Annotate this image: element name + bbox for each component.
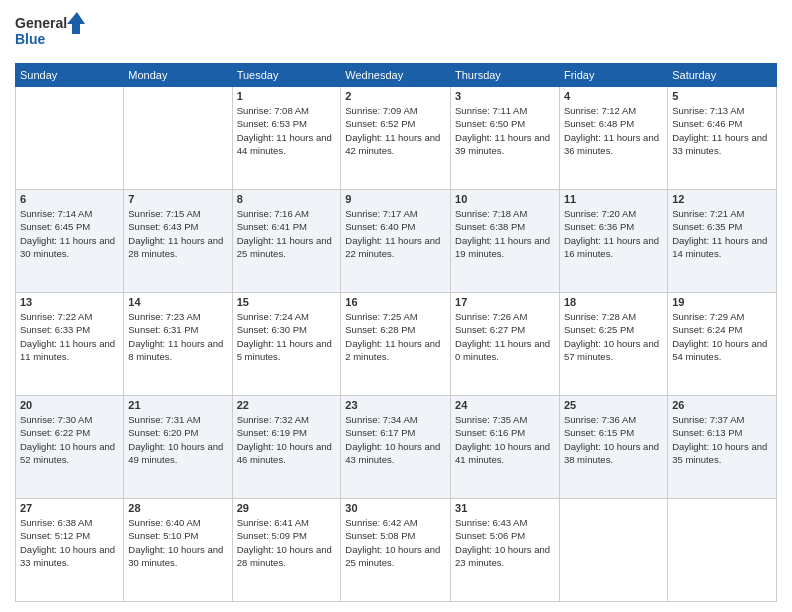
cell-week4-day1: 21Sunrise: 7:31 AMSunset: 6:20 PMDayligh… [124, 396, 232, 499]
day-number: 24 [455, 399, 555, 411]
cell-week3-day4: 17Sunrise: 7:26 AMSunset: 6:27 PMDayligh… [451, 293, 560, 396]
day-info: Sunrise: 6:40 AMSunset: 5:10 PMDaylight:… [128, 516, 227, 569]
col-tuesday: Tuesday [232, 64, 341, 87]
cell-week2-day3: 9Sunrise: 7:17 AMSunset: 6:40 PMDaylight… [341, 190, 451, 293]
cell-week3-day6: 19Sunrise: 7:29 AMSunset: 6:24 PMDayligh… [668, 293, 777, 396]
week-row-4: 20Sunrise: 7:30 AMSunset: 6:22 PMDayligh… [16, 396, 777, 499]
col-sunday: Sunday [16, 64, 124, 87]
day-number: 7 [128, 193, 227, 205]
logo-svg: General Blue [15, 10, 85, 55]
logo: General Blue [15, 10, 85, 55]
cell-week4-day0: 20Sunrise: 7:30 AMSunset: 6:22 PMDayligh… [16, 396, 124, 499]
day-info: Sunrise: 7:29 AMSunset: 6:24 PMDaylight:… [672, 310, 772, 363]
day-number: 8 [237, 193, 337, 205]
day-info: Sunrise: 7:18 AMSunset: 6:38 PMDaylight:… [455, 207, 555, 260]
cell-week5-day3: 30Sunrise: 6:42 AMSunset: 5:08 PMDayligh… [341, 499, 451, 602]
day-info: Sunrise: 7:22 AMSunset: 6:33 PMDaylight:… [20, 310, 119, 363]
cell-week5-day5 [559, 499, 667, 602]
cell-week4-day2: 22Sunrise: 7:32 AMSunset: 6:19 PMDayligh… [232, 396, 341, 499]
day-info: Sunrise: 7:37 AMSunset: 6:13 PMDaylight:… [672, 413, 772, 466]
day-info: Sunrise: 7:28 AMSunset: 6:25 PMDaylight:… [564, 310, 663, 363]
col-wednesday: Wednesday [341, 64, 451, 87]
day-number: 26 [672, 399, 772, 411]
day-info: Sunrise: 7:12 AMSunset: 6:48 PMDaylight:… [564, 104, 663, 157]
day-number: 11 [564, 193, 663, 205]
col-thursday: Thursday [451, 64, 560, 87]
day-number: 21 [128, 399, 227, 411]
cell-week2-day5: 11Sunrise: 7:20 AMSunset: 6:36 PMDayligh… [559, 190, 667, 293]
cell-week5-day0: 27Sunrise: 6:38 AMSunset: 5:12 PMDayligh… [16, 499, 124, 602]
col-monday: Monday [124, 64, 232, 87]
day-info: Sunrise: 7:32 AMSunset: 6:19 PMDaylight:… [237, 413, 337, 466]
cell-week4-day3: 23Sunrise: 7:34 AMSunset: 6:17 PMDayligh… [341, 396, 451, 499]
day-number: 13 [20, 296, 119, 308]
cell-week3-day0: 13Sunrise: 7:22 AMSunset: 6:33 PMDayligh… [16, 293, 124, 396]
day-info: Sunrise: 7:23 AMSunset: 6:31 PMDaylight:… [128, 310, 227, 363]
week-row-1: 1Sunrise: 7:08 AMSunset: 6:53 PMDaylight… [16, 87, 777, 190]
day-number: 19 [672, 296, 772, 308]
day-info: Sunrise: 6:42 AMSunset: 5:08 PMDaylight:… [345, 516, 446, 569]
svg-text:Blue: Blue [15, 31, 46, 47]
cell-week1-day2: 1Sunrise: 7:08 AMSunset: 6:53 PMDaylight… [232, 87, 341, 190]
col-saturday: Saturday [668, 64, 777, 87]
col-friday: Friday [559, 64, 667, 87]
day-number: 16 [345, 296, 446, 308]
day-info: Sunrise: 7:31 AMSunset: 6:20 PMDaylight:… [128, 413, 227, 466]
day-number: 1 [237, 90, 337, 102]
day-info: Sunrise: 6:43 AMSunset: 5:06 PMDaylight:… [455, 516, 555, 569]
svg-text:General: General [15, 15, 67, 31]
week-row-5: 27Sunrise: 6:38 AMSunset: 5:12 PMDayligh… [16, 499, 777, 602]
cell-week5-day6 [668, 499, 777, 602]
day-number: 31 [455, 502, 555, 514]
cell-week3-day1: 14Sunrise: 7:23 AMSunset: 6:31 PMDayligh… [124, 293, 232, 396]
day-info: Sunrise: 7:16 AMSunset: 6:41 PMDaylight:… [237, 207, 337, 260]
day-number: 2 [345, 90, 446, 102]
day-info: Sunrise: 7:20 AMSunset: 6:36 PMDaylight:… [564, 207, 663, 260]
cell-week2-day6: 12Sunrise: 7:21 AMSunset: 6:35 PMDayligh… [668, 190, 777, 293]
day-info: Sunrise: 7:11 AMSunset: 6:50 PMDaylight:… [455, 104, 555, 157]
cell-week3-day3: 16Sunrise: 7:25 AMSunset: 6:28 PMDayligh… [341, 293, 451, 396]
day-info: Sunrise: 7:13 AMSunset: 6:46 PMDaylight:… [672, 104, 772, 157]
day-number: 22 [237, 399, 337, 411]
day-info: Sunrise: 7:25 AMSunset: 6:28 PMDaylight:… [345, 310, 446, 363]
cell-week1-day4: 3Sunrise: 7:11 AMSunset: 6:50 PMDaylight… [451, 87, 560, 190]
header: General Blue [15, 10, 777, 55]
day-info: Sunrise: 7:08 AMSunset: 6:53 PMDaylight:… [237, 104, 337, 157]
day-number: 30 [345, 502, 446, 514]
day-number: 6 [20, 193, 119, 205]
day-info: Sunrise: 7:30 AMSunset: 6:22 PMDaylight:… [20, 413, 119, 466]
day-info: Sunrise: 6:41 AMSunset: 5:09 PMDaylight:… [237, 516, 337, 569]
cell-week3-day5: 18Sunrise: 7:28 AMSunset: 6:25 PMDayligh… [559, 293, 667, 396]
day-number: 4 [564, 90, 663, 102]
header-row: Sunday Monday Tuesday Wednesday Thursday… [16, 64, 777, 87]
week-row-3: 13Sunrise: 7:22 AMSunset: 6:33 PMDayligh… [16, 293, 777, 396]
day-info: Sunrise: 7:35 AMSunset: 6:16 PMDaylight:… [455, 413, 555, 466]
day-info: Sunrise: 6:38 AMSunset: 5:12 PMDaylight:… [20, 516, 119, 569]
day-number: 3 [455, 90, 555, 102]
cell-week1-day1 [124, 87, 232, 190]
day-number: 14 [128, 296, 227, 308]
day-info: Sunrise: 7:24 AMSunset: 6:30 PMDaylight:… [237, 310, 337, 363]
day-info: Sunrise: 7:36 AMSunset: 6:15 PMDaylight:… [564, 413, 663, 466]
cell-week5-day1: 28Sunrise: 6:40 AMSunset: 5:10 PMDayligh… [124, 499, 232, 602]
day-info: Sunrise: 7:15 AMSunset: 6:43 PMDaylight:… [128, 207, 227, 260]
day-number: 25 [564, 399, 663, 411]
day-number: 10 [455, 193, 555, 205]
day-number: 18 [564, 296, 663, 308]
svg-marker-2 [67, 12, 85, 34]
page: General Blue Sunday Monday Tuesday Wedne… [0, 0, 792, 612]
cell-week2-day1: 7Sunrise: 7:15 AMSunset: 6:43 PMDaylight… [124, 190, 232, 293]
day-number: 20 [20, 399, 119, 411]
day-number: 12 [672, 193, 772, 205]
cell-week4-day5: 25Sunrise: 7:36 AMSunset: 6:15 PMDayligh… [559, 396, 667, 499]
day-number: 5 [672, 90, 772, 102]
day-info: Sunrise: 7:17 AMSunset: 6:40 PMDaylight:… [345, 207, 446, 260]
cell-week1-day0 [16, 87, 124, 190]
cell-week2-day4: 10Sunrise: 7:18 AMSunset: 6:38 PMDayligh… [451, 190, 560, 293]
calendar-table: Sunday Monday Tuesday Wednesday Thursday… [15, 63, 777, 602]
day-number: 17 [455, 296, 555, 308]
day-info: Sunrise: 7:34 AMSunset: 6:17 PMDaylight:… [345, 413, 446, 466]
day-info: Sunrise: 7:09 AMSunset: 6:52 PMDaylight:… [345, 104, 446, 157]
week-row-2: 6Sunrise: 7:14 AMSunset: 6:45 PMDaylight… [16, 190, 777, 293]
day-info: Sunrise: 7:14 AMSunset: 6:45 PMDaylight:… [20, 207, 119, 260]
